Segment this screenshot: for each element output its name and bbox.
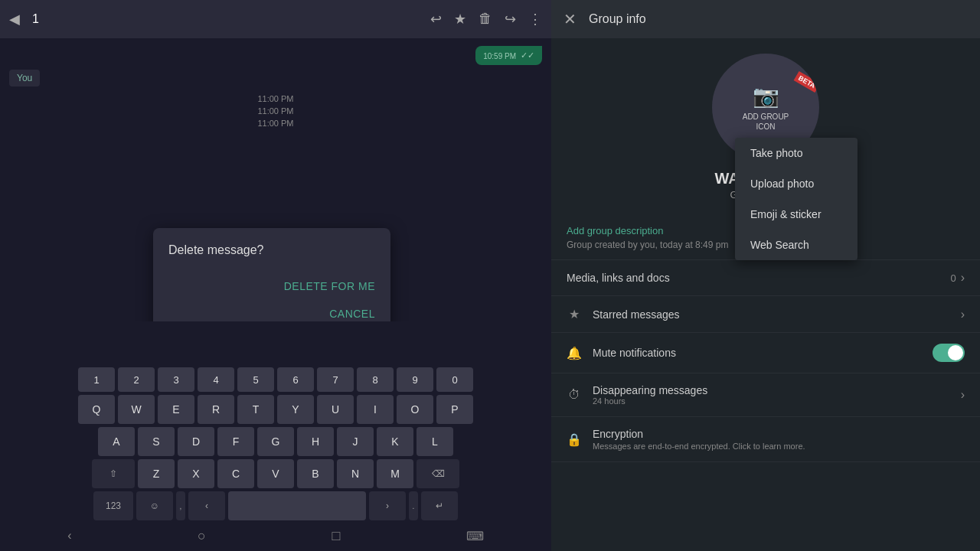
context-menu-web-search[interactable]: Web Search: [735, 230, 858, 260]
key-w[interactable]: W: [118, 395, 155, 424]
keyboard: 1 2 3 4 5 6 7 8 9 0 Q W E R T Y U I O P …: [0, 361, 551, 551]
key-b[interactable]: B: [297, 459, 334, 488]
key-y[interactable]: Y: [277, 395, 314, 424]
starred-messages-label: Starred messages: [593, 308, 961, 321]
nav-left-key[interactable]: ‹: [188, 491, 225, 520]
number-row: 1 2 3 4 5 6 7 8 9 0: [5, 367, 547, 392]
key-0[interactable]: 0: [436, 367, 473, 392]
message-time-1: 11:00 PM: [9, 94, 542, 103]
emoji-key[interactable]: ☺: [136, 491, 173, 520]
key-t[interactable]: T: [237, 395, 274, 424]
message-bubble-sent: 10:59 PM ✓✓: [475, 46, 542, 65]
key-9[interactable]: 9: [397, 367, 433, 392]
keyboard-hide-icon[interactable]: ⌨: [466, 529, 484, 543]
mute-notifications-label: Mute notifications: [593, 347, 933, 359]
chat-topbar: ◀ 1 ↩ ★ 🗑 ↪ ⋮: [0, 0, 551, 38]
key-f[interactable]: F: [217, 427, 254, 456]
lock-icon: 🔒: [567, 432, 582, 447]
context-menu-emoji-sticker[interactable]: Emoji & sticker: [735, 199, 858, 230]
message-row: 10:59 PM ✓✓: [9, 46, 542, 65]
delete-icon[interactable]: 🗑: [479, 11, 492, 28]
messages-area: 10:59 PM ✓✓ You 11:00 PM 11:00 PM 11:00 …: [0, 38, 551, 321]
delete-dialog-title: Delete message?: [168, 243, 375, 257]
bottom-row: 123 ☺ , ‹ › . ↵: [5, 491, 547, 520]
shift-key[interactable]: ⇧: [92, 459, 135, 488]
enter-key[interactable]: ↵: [421, 491, 458, 520]
nav-recent[interactable]: □: [332, 528, 340, 544]
disappearing-messages-row[interactable]: ⏱ Disappearing messages 24 hours ›: [551, 373, 980, 417]
key-7[interactable]: 7: [317, 367, 354, 392]
camera-icon: 📷: [753, 83, 779, 109]
nav-right-key[interactable]: ›: [369, 491, 406, 520]
comma-key[interactable]: ,: [176, 491, 185, 520]
nav-home[interactable]: ○: [198, 528, 206, 544]
key-8[interactable]: 8: [357, 367, 394, 392]
message-time: 10:59 PM: [483, 52, 516, 60]
chat-panel: ◀ 1 ↩ ★ 🗑 ↪ ⋮ 10:59 PM ✓✓ You 11:00 PM 1…: [0, 0, 551, 551]
key-e[interactable]: E: [158, 395, 194, 424]
key-2[interactable]: 2: [118, 367, 155, 392]
delete-for-me-button[interactable]: DELETE FOR ME: [168, 272, 375, 300]
key-p[interactable]: P: [436, 395, 473, 424]
key-r[interactable]: R: [198, 395, 234, 424]
key-n[interactable]: N: [337, 459, 374, 488]
key-j[interactable]: J: [337, 427, 374, 456]
key-v[interactable]: V: [257, 459, 294, 488]
qwerty-row: Q W E R T Y U I O P: [5, 395, 547, 424]
key-m[interactable]: M: [377, 459, 413, 488]
reply-icon[interactable]: ↩: [430, 11, 442, 28]
forward-icon[interactable]: ↪: [505, 11, 516, 28]
key-1[interactable]: 1: [78, 367, 115, 392]
toggle-knob: [948, 345, 963, 360]
cancel-button[interactable]: CANCEL: [168, 300, 375, 321]
key-l[interactable]: L: [416, 427, 453, 456]
key-5[interactable]: 5: [237, 367, 274, 392]
encryption-content: Encryption Messages are end-to-end encry…: [593, 428, 965, 451]
key-d[interactable]: D: [178, 427, 214, 456]
disappearing-messages-content: Disappearing messages 24 hours: [593, 384, 961, 406]
key-6[interactable]: 6: [277, 367, 314, 392]
nav-back[interactable]: ‹: [67, 529, 71, 543]
back-icon[interactable]: ◀: [9, 11, 20, 28]
backspace-key[interactable]: ⌫: [416, 459, 459, 488]
key-x[interactable]: X: [178, 459, 214, 488]
mute-notifications-row[interactable]: 🔔 Mute notifications: [551, 333, 980, 373]
key-k[interactable]: K: [377, 427, 413, 456]
encryption-row[interactable]: 🔒 Encryption Messages are end-to-end enc…: [551, 417, 980, 462]
key-c[interactable]: C: [217, 459, 254, 488]
encryption-label: Encryption: [593, 428, 965, 440]
numbers-key[interactable]: 123: [93, 491, 133, 520]
key-g[interactable]: G: [257, 427, 294, 456]
close-icon[interactable]: ✕: [564, 10, 577, 28]
key-q[interactable]: Q: [78, 395, 115, 424]
key-a[interactable]: A: [98, 427, 135, 456]
period-key[interactable]: .: [409, 491, 418, 520]
message-check: ✓✓: [521, 51, 534, 60]
star-icon: ★: [567, 307, 582, 321]
key-3[interactable]: 3: [158, 367, 194, 392]
key-s[interactable]: S: [138, 427, 175, 456]
media-links-chevron: ›: [961, 271, 965, 285]
mute-toggle[interactable]: [933, 344, 965, 362]
beta-watermark: BETA: [794, 71, 819, 93]
nav-bar: ‹ ○ □ ⌨: [5, 523, 547, 548]
key-o[interactable]: O: [397, 395, 433, 424]
key-i[interactable]: I: [357, 395, 394, 424]
starred-messages-chevron: ›: [961, 308, 965, 321]
context-menu-upload-photo[interactable]: Upload photo: [735, 168, 858, 199]
disappearing-messages-chevron: ›: [961, 388, 965, 402]
space-key[interactable]: [228, 491, 366, 520]
context-menu-take-photo[interactable]: Take photo: [735, 138, 858, 168]
starred-messages-row[interactable]: ★ Starred messages ›: [551, 296, 980, 333]
key-4[interactable]: 4: [198, 367, 234, 392]
group-info-header: ✕ Group info: [551, 0, 980, 38]
key-h[interactable]: H: [297, 427, 334, 456]
add-group-icon-text: ADD GROUPICON: [743, 112, 789, 132]
star-icon[interactable]: ★: [454, 11, 466, 28]
key-u[interactable]: U: [317, 395, 354, 424]
selected-count: 1: [32, 12, 39, 26]
media-links-row[interactable]: Media, links and docs 0 ›: [551, 260, 980, 296]
timer-icon: ⏱: [567, 388, 582, 402]
more-icon[interactable]: ⋮: [528, 11, 542, 28]
key-z[interactable]: Z: [138, 459, 175, 488]
